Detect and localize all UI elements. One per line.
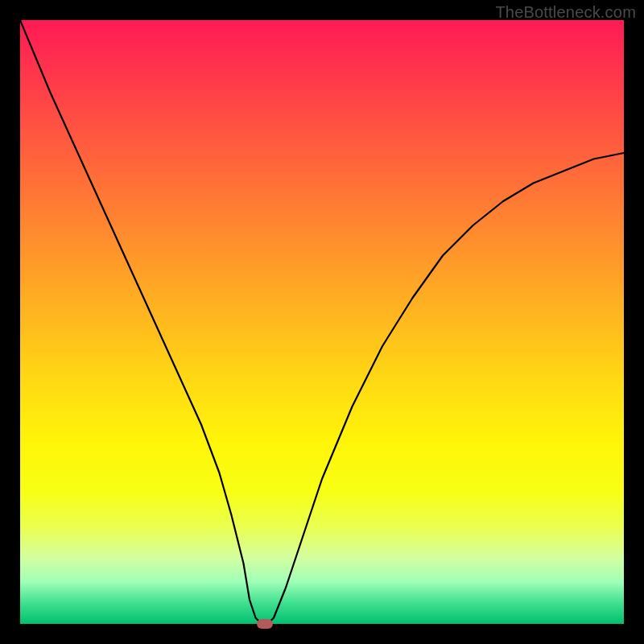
chart-frame: TheBottleneck.com [0, 0, 644, 644]
optimum-marker [257, 619, 273, 629]
watermark-text: TheBottleneck.com [495, 3, 636, 22]
curve-canvas [20, 20, 624, 624]
plot-area [20, 20, 624, 624]
